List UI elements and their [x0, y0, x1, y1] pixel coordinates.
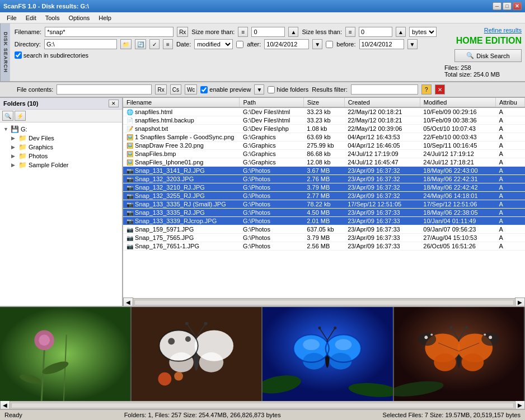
size-less-spin-up[interactable]: ▲ — [396, 27, 406, 37]
minimize-button[interactable]: ─ — [493, 2, 501, 10]
before-date-input[interactable] — [359, 39, 404, 49]
cell-path: G:\Photos — [240, 217, 303, 225]
h-scroll-right-btn[interactable]: ▶ — [515, 298, 525, 306]
tree-item-photos[interactable]: ▶ 📁 Photos — [2, 152, 120, 161]
files-count-label: Files: — [444, 64, 459, 71]
table-row[interactable]: 📷 Snap_133_3335_RJ.JPG G:\Photos 4.50 MB… — [123, 209, 525, 217]
dir-refresh-btn[interactable]: 🔄 — [135, 39, 146, 49]
size-less-icon[interactable]: ≡ — [345, 27, 355, 37]
cell-size: 33.23 kb — [303, 107, 344, 116]
maximize-button[interactable]: □ — [503, 2, 512, 10]
results-filter-input[interactable] — [351, 84, 418, 95]
cell-size: 1.08 kb — [303, 125, 344, 133]
size-more-input[interactable] — [251, 27, 285, 37]
table-row[interactable]: 🖼️ SnapFiles.bmp G:\Graphics 86.68 kb 24… — [123, 150, 525, 158]
search-subdir-label[interactable]: search in subdirectories — [15, 51, 88, 59]
main-h-scrollbar[interactable]: ◀ ▶ — [0, 401, 525, 409]
table-row[interactable]: 🖼️ 1 Snapfiles Sample - GoodSync.png G:\… — [123, 133, 525, 141]
files-table-container[interactable]: Filename Path Size Created Modified Attr… — [123, 98, 525, 298]
tree-item-graphics[interactable]: ▶ 📁 Graphics — [2, 143, 120, 152]
hide-folders-label[interactable]: hide folders — [268, 86, 308, 93]
table-row[interactable]: 🖼️ SnapDraw Free 3.20.png G:\Graphics 27… — [123, 141, 525, 150]
tree-item-devfiles[interactable]: ▶ 📁 Dev Files — [2, 134, 120, 143]
disk-search-tab: DISK SEARCH — [0, 23, 10, 81]
table-row[interactable]: 📷 Snap_132_3210_RJ.JPG G:\Photos 3.79 MB… — [123, 183, 525, 192]
file-type-icon: 📷 — [126, 226, 133, 233]
preview-settings-btn[interactable]: ▼ — [254, 84, 264, 95]
col-created[interactable]: Created — [344, 98, 420, 107]
main-h-scroll-track[interactable] — [11, 403, 514, 408]
table-row[interactable]: 📷 Snap_176_7651-1.JPG G:\Photos 2.56 MB … — [123, 242, 525, 251]
menu-edit[interactable]: Edit — [21, 13, 41, 22]
table-row[interactable]: 📝 snapshot.txt G:\Dev Files\php 1.08 kb … — [123, 125, 525, 133]
folders-close-btn[interactable]: ✕ — [109, 100, 119, 107]
cell-modified: 10/Feb/09 00:38:36 — [420, 116, 495, 125]
table-row[interactable]: 📷 Snap_131_3141_RJ.JPG G:\Photos 3.67 MB… — [123, 167, 525, 175]
filename-btn1[interactable]: Rx — [177, 27, 188, 37]
file-contents-input[interactable] — [57, 84, 152, 95]
col-filename[interactable]: Filename — [123, 98, 240, 107]
dir-check-btn[interactable]: ✓ — [149, 39, 160, 49]
search-subdir-checkbox[interactable] — [15, 51, 22, 59]
refine-results-link[interactable]: Refine results — [484, 27, 522, 34]
col-size[interactable]: Size — [303, 98, 344, 107]
menu-bar: File Edit Tools Options Help — [0, 12, 525, 23]
filter-help-btn[interactable]: ? — [421, 84, 432, 95]
tree-item-g-drive[interactable]: ▼ 💾 G: — [2, 125, 120, 134]
filename-input[interactable] — [45, 27, 174, 37]
table-row[interactable]: 📄 snapfiles.html.backup G:\Dev Files\htm… — [123, 116, 525, 125]
table-row[interactable]: 📷 Snap_132_3203.JPG G:\Photos 2.76 MB 23… — [123, 175, 525, 183]
table-row[interactable]: 📷 Snap_159_5971.JPG G:\Photos 637.05 kb … — [123, 225, 525, 234]
tree-item-samplefolder[interactable]: ▶ 📁 Sample Folder — [2, 161, 120, 169]
col-path[interactable]: Path — [240, 98, 303, 107]
hide-folders-checkbox[interactable] — [268, 86, 275, 93]
enable-preview-checkbox[interactable] — [200, 86, 208, 93]
after-date-input[interactable] — [264, 39, 309, 49]
directory-input[interactable] — [44, 39, 117, 49]
menu-help[interactable]: Help — [94, 13, 116, 22]
filter-clear-btn[interactable]: ✕ — [435, 84, 445, 95]
size-more-icon[interactable]: ≡ — [238, 27, 248, 37]
folders-filter-btn[interactable]: ⚡ — [15, 111, 26, 121]
directory-label: Directory: — [15, 41, 41, 48]
after-checkbox[interactable] — [236, 41, 243, 48]
table-row[interactable]: 📷 Snap_133_3335_RJ (Small).JPG G:\Photos… — [123, 200, 525, 209]
cell-size: 2.76 MB — [303, 175, 344, 183]
after-date-btn[interactable]: ▼ — [312, 39, 322, 49]
table-row[interactable]: 🖼️ SnapFiles_Iphone01.png G:\Graphics 12… — [123, 158, 525, 167]
cell-modified: 10/Feb/09 00:29:16 — [420, 107, 495, 116]
dir-browse-btn[interactable]: 📁 — [120, 39, 132, 49]
before-checkbox[interactable] — [326, 41, 333, 48]
col-modified[interactable]: Modified — [420, 98, 495, 107]
table-row[interactable]: 📷 Snap_175_7565.JPG G:\Photos 3.79 MB 23… — [123, 234, 525, 242]
h-scroll-track[interactable] — [134, 300, 514, 305]
size-more-spin-up[interactable]: ▲ — [288, 27, 298, 37]
before-date-btn[interactable]: ▼ — [407, 39, 418, 49]
menu-options[interactable]: Options — [64, 13, 94, 22]
size-unit-select[interactable]: bytes kb MB — [409, 27, 437, 37]
file-type-icon: 🖼️ — [126, 134, 133, 140]
enable-preview-label[interactable]: enable preview — [200, 86, 251, 93]
svg-rect-0 — [0, 307, 130, 401]
fc-btn1[interactable]: Rx — [155, 84, 166, 95]
col-attrib[interactable]: Attribu — [495, 98, 524, 107]
table-row[interactable]: 🌐 snapfiles.html G:\Dev Files\html 33.23… — [123, 107, 525, 116]
window-controls: ─ □ ✕ — [493, 2, 522, 10]
dir-icon-btn[interactable]: ≡ — [163, 39, 173, 49]
fc-btn3[interactable]: Wc — [185, 84, 197, 95]
table-row[interactable]: 📷 Snap_133_3339_RJcrop.JPG G:\Photos 2.0… — [123, 217, 525, 225]
menu-file[interactable]: File — [2, 13, 21, 22]
fc-btn2[interactable]: Cs — [170, 84, 181, 95]
close-button[interactable]: ✕ — [513, 2, 522, 10]
size-less-input[interactable] — [359, 27, 392, 37]
date-type-select[interactable]: modified created accessed — [194, 39, 233, 49]
folders-search-btn[interactable]: 🔍 — [2, 111, 13, 121]
h-scrollbar[interactable]: ◀ ▶ — [123, 298, 525, 306]
menu-tools[interactable]: Tools — [41, 13, 64, 22]
table-row[interactable]: 📷 Snap_132_3255_RJ.JPG G:\Photos 2.77 MB… — [123, 192, 525, 200]
disk-search-button[interactable]: 🔍 Disk Search — [454, 49, 522, 62]
preview-svg-4 — [394, 307, 524, 401]
cell-attrib: A — [495, 225, 524, 234]
hide-folders-text: hide folders — [276, 86, 308, 93]
h-scroll-left-btn[interactable]: ◀ — [123, 298, 133, 306]
